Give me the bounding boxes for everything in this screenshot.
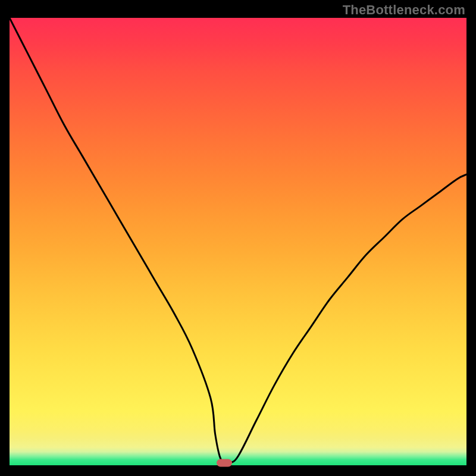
bottleneck-curve	[10, 18, 466, 465]
optimum-marker	[217, 459, 232, 467]
plot-area	[10, 18, 466, 465]
chart-frame: TheBottleneck.com	[0, 0, 476, 476]
watermark-text: TheBottleneck.com	[343, 2, 465, 18]
